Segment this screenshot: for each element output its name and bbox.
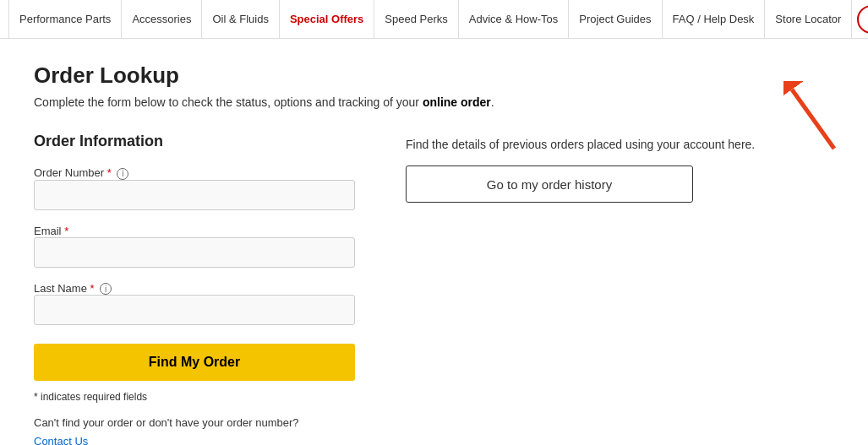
main-nav: Performance Parts Accessories Oil & Flui… <box>0 0 868 39</box>
last-name-input[interactable] <box>34 295 355 325</box>
nav-speed-perks[interactable]: Speed Perks <box>374 0 458 39</box>
required-note: * indicates required fields <box>34 391 355 403</box>
nav-performance-parts[interactable]: Performance Parts <box>8 0 122 39</box>
nav-accessories[interactable]: Accessories <box>122 0 202 39</box>
order-history-panel: Find the details of previous orders plac… <box>406 133 834 203</box>
email-required-asterisk: * <box>64 225 68 237</box>
email-input[interactable] <box>34 237 355 268</box>
email-label: Email * <box>34 225 68 237</box>
order-number-input[interactable] <box>34 180 355 210</box>
order-form-panel: Order Information Order Number * i Email… <box>34 133 355 445</box>
page-title: Order Lookup <box>34 62 834 89</box>
email-field-group: Email * <box>34 224 355 268</box>
nav-store-locator[interactable]: Store Locator <box>765 0 852 39</box>
last-name-field-group: Last Name * i <box>34 281 355 326</box>
last-name-info-icon[interactable]: i <box>100 283 112 295</box>
nav-order-lookup[interactable]: Order Lookup <box>857 5 868 34</box>
find-my-order-button[interactable]: Find My Order <box>34 344 355 381</box>
nav-oil-fluids[interactable]: Oil & Fluids <box>202 0 279 39</box>
nav-project-guides[interactable]: Project Guides <box>569 0 662 39</box>
page-subtitle: Complete the form below to check the sta… <box>34 95 834 109</box>
last-name-required-asterisk: * <box>90 282 95 295</box>
last-name-label: Last Name * i <box>34 282 112 295</box>
required-asterisk: * <box>107 166 112 179</box>
order-number-label: Order Number * i <box>34 166 128 179</box>
nav-special-offers[interactable]: Special Offers <box>280 0 374 39</box>
order-number-info-icon[interactable]: i <box>117 168 128 180</box>
cant-find-text: Can't find your order or don't have your… <box>34 416 355 429</box>
contact-us-link[interactable]: Contact Us <box>34 435 88 445</box>
main-content: Order Lookup Complete the form below to … <box>0 39 868 445</box>
content-row: Order Information Order Number * i Email… <box>34 133 834 445</box>
form-section-title: Order Information <box>34 133 355 150</box>
nav-faq-help-desk[interactable]: FAQ / Help Desk <box>663 0 766 39</box>
order-history-button[interactable]: Go to my order history <box>406 166 693 203</box>
order-number-field-group: Order Number * i <box>34 166 355 210</box>
nav-advice-how-tos[interactable]: Advice & How-Tos <box>459 0 569 39</box>
history-description: Find the details of previous orders plac… <box>406 136 834 154</box>
